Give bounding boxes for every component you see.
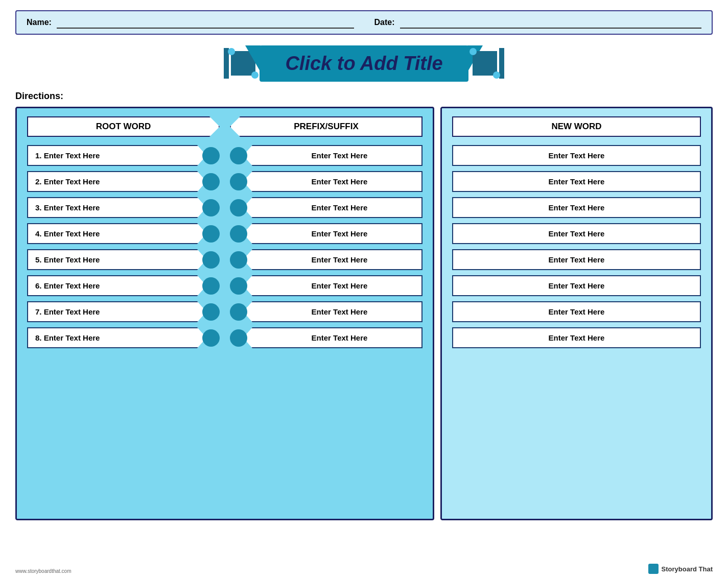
root-word-row[interactable]: 7. Enter Text Here <box>27 301 220 322</box>
root-word-box[interactable]: 5. Enter Text Here <box>27 249 206 270</box>
left-panel: ROOT WORD 1. Enter Text Here 2. Enter Te… <box>15 107 434 520</box>
prefix-suffix-box[interactable]: Enter Text Here <box>243 145 422 166</box>
new-word-row[interactable]: Enter Text Here <box>452 145 701 166</box>
connector-circle <box>202 147 220 164</box>
new-word-box[interactable]: Enter Text Here <box>452 327 701 348</box>
prefix-suffix-column: PREFIX/SUFFIX Enter Text Here Enter Text… <box>230 116 422 511</box>
prefix-suffix-rows: Enter Text Here Enter Text Here Enter Te… <box>230 145 422 511</box>
prefix-suffix-box[interactable]: Enter Text Here <box>243 327 422 348</box>
deco-circle-br2 <box>493 71 500 79</box>
root-word-box[interactable]: 4. Enter Text Here <box>27 223 206 244</box>
root-word-box[interactable]: 7. Enter Text Here <box>27 301 206 322</box>
prefix-suffix-row[interactable]: Enter Text Here <box>230 249 422 270</box>
title-banner[interactable]: Click to Add Title <box>260 45 468 82</box>
new-word-box[interactable]: Enter Text Here <box>452 249 701 270</box>
connector-circle-left <box>230 225 247 243</box>
prefix-suffix-box[interactable]: Enter Text Here <box>243 275 422 296</box>
connector-circle-left <box>230 173 247 190</box>
root-word-column: ROOT WORD 1. Enter Text Here 2. Enter Te… <box>27 116 220 511</box>
root-word-row[interactable]: 1. Enter Text Here <box>27 145 220 166</box>
brand-name: Storyboard That <box>662 565 713 573</box>
new-word-row[interactable]: Enter Text Here <box>452 249 701 270</box>
root-word-row[interactable]: 5. Enter Text Here <box>27 249 220 270</box>
connector-circle <box>202 251 220 269</box>
header-bar: Name: Date: <box>15 10 713 35</box>
connector-circle-left <box>230 251 247 269</box>
new-word-box[interactable]: Enter Text Here <box>452 171 701 192</box>
deco-right <box>473 48 504 79</box>
new-word-box[interactable]: Enter Text Here <box>452 197 701 218</box>
connector-circle <box>202 199 220 216</box>
prefix-suffix-row[interactable]: Enter Text Here <box>230 327 422 348</box>
new-word-row[interactable]: Enter Text Here <box>452 171 701 192</box>
connector-circle-left <box>230 199 247 216</box>
new-word-row[interactable]: Enter Text Here <box>452 223 701 244</box>
connector-circle <box>202 173 220 190</box>
deco-rect-right <box>473 51 497 76</box>
connector-circle <box>202 225 220 243</box>
connector-circle-left <box>230 147 247 164</box>
connector-circle-left <box>230 329 247 347</box>
date-field-group: Date: <box>374 16 702 29</box>
connector-circle <box>202 329 220 347</box>
connector-circle <box>202 303 220 321</box>
right-panel: NEW WORD Enter Text Here Enter Text Here… <box>440 107 713 520</box>
new-word-box[interactable]: Enter Text Here <box>452 301 701 322</box>
new-word-rows: Enter Text Here Enter Text Here Enter Te… <box>452 145 701 348</box>
prefix-suffix-row[interactable]: Enter Text Here <box>230 223 422 244</box>
deco-circle-tl <box>228 48 235 55</box>
root-word-row[interactable]: 8. Enter Text Here <box>27 327 220 348</box>
main-content: ROOT WORD 1. Enter Text Here 2. Enter Te… <box>15 107 713 520</box>
root-word-header: ROOT WORD <box>27 116 220 137</box>
prefix-suffix-row[interactable]: Enter Text Here <box>230 145 422 166</box>
new-word-row[interactable]: Enter Text Here <box>452 275 701 296</box>
root-word-box[interactable]: 1. Enter Text Here <box>27 145 206 166</box>
prefix-suffix-row[interactable]: Enter Text Here <box>230 301 422 322</box>
prefix-suffix-box[interactable]: Enter Text Here <box>243 223 422 244</box>
connector-circle <box>202 277 220 295</box>
root-word-row[interactable]: 3. Enter Text Here <box>27 197 220 218</box>
root-word-row[interactable]: 4. Enter Text Here <box>27 223 220 244</box>
root-word-row[interactable]: 6. Enter Text Here <box>27 275 220 296</box>
name-input[interactable] <box>57 16 354 29</box>
page: Name: Date: Click to Add Title <box>0 0 728 578</box>
watermark: www.storyboardthat.com <box>15 568 72 574</box>
date-input[interactable] <box>400 16 701 29</box>
root-word-box[interactable]: 2. Enter Text Here <box>27 171 206 192</box>
prefix-suffix-box[interactable]: Enter Text Here <box>243 197 422 218</box>
name-field-group: Name: <box>27 16 354 29</box>
new-word-box[interactable]: Enter Text Here <box>452 145 701 166</box>
title-area: Click to Add Title <box>15 43 713 84</box>
name-label: Name: <box>27 18 52 27</box>
prefix-suffix-row[interactable]: Enter Text Here <box>230 197 422 218</box>
new-word-row[interactable]: Enter Text Here <box>452 327 701 348</box>
prefix-suffix-header: PREFIX/SUFFIX <box>230 116 422 137</box>
prefix-suffix-box[interactable]: Enter Text Here <box>243 301 422 322</box>
directions-label: Directions: <box>15 91 713 102</box>
new-word-box[interactable]: Enter Text Here <box>452 275 701 296</box>
deco-circle-br <box>251 71 259 79</box>
prefix-suffix-box[interactable]: Enter Text Here <box>243 171 422 192</box>
brand: Storyboard That <box>648 564 713 574</box>
root-word-box[interactable]: 8. Enter Text Here <box>27 327 206 348</box>
new-word-row[interactable]: Enter Text Here <box>452 197 701 218</box>
prefix-suffix-box[interactable]: Enter Text Here <box>243 249 422 270</box>
prefix-suffix-row[interactable]: Enter Text Here <box>230 171 422 192</box>
new-word-box[interactable]: Enter Text Here <box>452 223 701 244</box>
new-word-header: NEW WORD <box>452 116 701 137</box>
root-word-row[interactable]: 2. Enter Text Here <box>27 171 220 192</box>
connector-circle-left <box>230 303 247 321</box>
title-text: Click to Add Title <box>285 53 442 74</box>
brand-logo <box>648 564 659 574</box>
root-word-box[interactable]: 6. Enter Text Here <box>27 275 206 296</box>
new-word-row[interactable]: Enter Text Here <box>452 301 701 322</box>
root-word-box[interactable]: 3. Enter Text Here <box>27 197 206 218</box>
prefix-suffix-row[interactable]: Enter Text Here <box>230 275 422 296</box>
connector-circle-left <box>230 277 247 295</box>
deco-circle-tl2 <box>469 48 477 55</box>
root-word-rows: 1. Enter Text Here 2. Enter Text Here 3.… <box>27 145 220 511</box>
date-label: Date: <box>374 18 395 27</box>
